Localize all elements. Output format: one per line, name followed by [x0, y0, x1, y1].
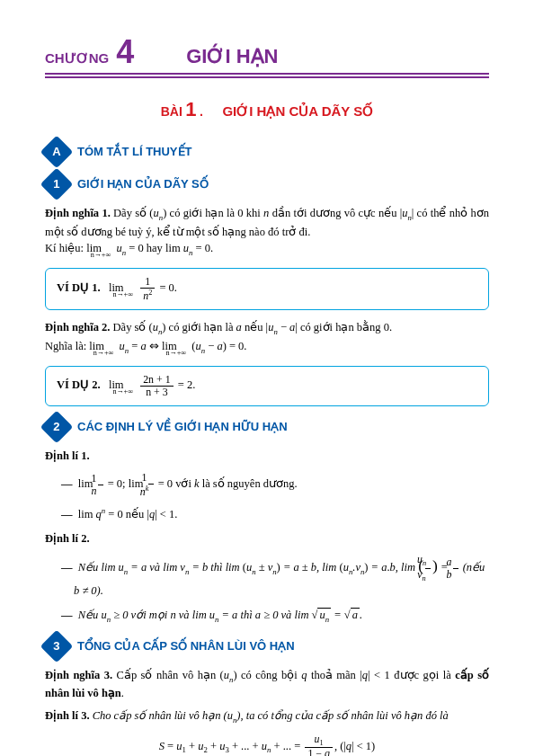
diamond-a-icon: A — [40, 136, 74, 169]
lesson-label: BÀI — [161, 104, 182, 119]
section-3-row: 3 TỔNG CỦA CẤP SỐ NHÂN LÙI VÔ HẠN — [45, 635, 489, 658]
theorem-1-label: Định lí 1. — [45, 448, 489, 465]
example-2-box: VÍ DỤ 2. limn→+∞ 2n + 1n + 3 = 2. — [45, 366, 489, 406]
theorem-2-label: Định lí 2. — [45, 530, 489, 547]
section-3-title: TỔNG CỦA CẤP SỐ NHÂN LÙI VÔ HẠN — [77, 637, 295, 655]
section-2-title: CÁC ĐỊNH LÝ VỀ GIỚI HẠN HỮU HẠN — [77, 418, 288, 436]
theorem-1-item-2: — lim qn = 0 nếu |q| < 1. — [61, 505, 489, 523]
lesson-header: BÀI 1 . GIỚI HẠN CỦA DÃY SỐ — [45, 94, 489, 124]
lesson-dot: . — [200, 104, 203, 119]
theorem-2-item-2: — Nếu un ≥ 0 với mọi n và lim un = a thì… — [61, 607, 489, 626]
chapter-underline — [45, 76, 489, 78]
lesson-number: 1 — [185, 98, 196, 120]
chapter-title: GIỚI HẠN — [186, 41, 278, 71]
diamond-1-icon: 1 — [40, 168, 74, 201]
diamond-3-icon: 3 — [40, 629, 74, 663]
section-1-row: 1 GIỚI HẠN CỦA DÃY SỐ — [45, 173, 489, 196]
chapter-number: 4 — [116, 36, 134, 68]
chapter-label: CHƯƠNG — [45, 49, 109, 69]
definition-2: Định nghĩa 2. Dãy số (un) có giới hạn là… — [45, 319, 489, 356]
section-a-title: TÓM TẮT LÍ THUYẾT — [77, 143, 191, 161]
theorem-3: Định lí 3. Cho cấp số nhân lùi vô hạn (u… — [45, 707, 489, 726]
diamond-2-icon: 2 — [40, 410, 74, 443]
example-1-box: VÍ DỤ 1. limn→+∞ 1n2 = 0. — [45, 268, 489, 310]
definition-1: Định nghĩa 1. Dãy số (un) có giới hạn là… — [45, 205, 489, 259]
definition-3: Định nghĩa 3. Cấp số nhân vô hạn (un) có… — [45, 667, 489, 702]
theorem-2-item-1: — Nếu lim un = a và lim vn = b thì lim (… — [61, 554, 489, 600]
section-1-title: GIỚI HẠN CỦA DÃY SỐ — [77, 175, 209, 193]
lesson-title: GIỚI HẠN CỦA DÃY SỐ — [222, 103, 373, 119]
theorem-1-item-1: — lim 1n = 0; lim 1nk = 0 với k là số ng… — [61, 472, 489, 498]
theorem-3-equation: S = u1 + u2 + u3 + ... + un + ... = u11 … — [45, 734, 489, 756]
section-a-row: A TÓM TẮT LÍ THUYẾT — [45, 140, 489, 164]
chapter-header: CHƯƠNG 4 GIỚI HẠN — [45, 36, 489, 75]
section-2-row: 2 CÁC ĐỊNH LÝ VỀ GIỚI HẠN HỮU HẠN — [45, 415, 489, 439]
